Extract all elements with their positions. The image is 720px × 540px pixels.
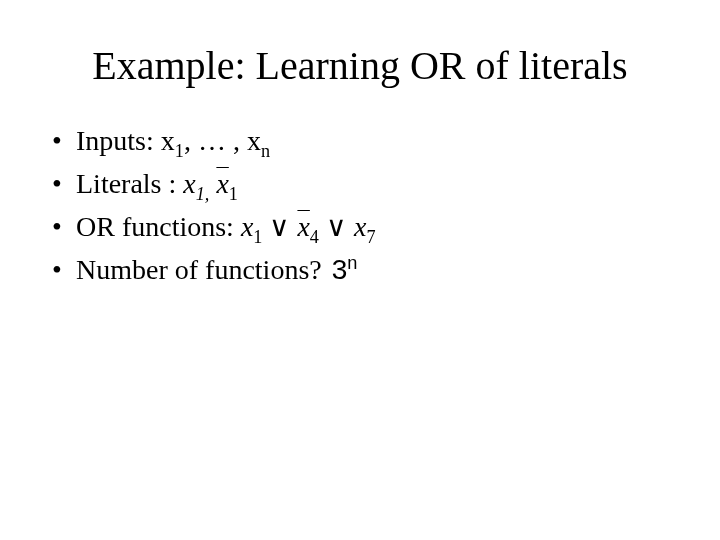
bullet-or-functions: OR functions: x1 ∨ x4 ∨ x7	[76, 207, 375, 250]
bullet-dot: •	[52, 250, 76, 291]
list-item: • Literals : x1, x1	[52, 164, 680, 207]
subscript: 1	[175, 141, 184, 161]
bullet-inputs: Inputs: x1, … , xn	[76, 121, 270, 164]
text: Number of functions?	[76, 254, 322, 285]
negated-variable: x	[216, 168, 228, 199]
bullet-dot: •	[52, 121, 76, 162]
text: Inputs: x	[76, 125, 175, 156]
variable: x	[241, 211, 253, 242]
text: , … , x	[184, 125, 261, 156]
text: Literals :	[76, 168, 183, 199]
list-item: • Number of functions?3n	[52, 250, 680, 291]
negated-variable: x	[297, 211, 309, 242]
slide-title: Example: Learning OR of literals	[40, 42, 680, 89]
bullet-count: Number of functions?3n	[76, 250, 357, 291]
answer-exponent: n	[347, 253, 357, 273]
or-symbol: ∨	[269, 211, 290, 242]
text: OR functions:	[76, 211, 234, 242]
list-item: • OR functions: x1 ∨ x4 ∨ x7	[52, 207, 680, 250]
subscript: 4	[310, 227, 319, 247]
bullet-list: • Inputs: x1, … , xn • Literals : x1, x1…	[40, 121, 680, 291]
subscript: 7	[366, 227, 375, 247]
bullet-dot: •	[52, 207, 76, 248]
bullet-dot: •	[52, 164, 76, 205]
subscript: n	[261, 141, 270, 161]
answer-base: 3	[332, 254, 348, 285]
subscript: 1,	[196, 184, 210, 204]
subscript: 1	[229, 184, 238, 204]
subscript: 1	[253, 227, 262, 247]
variable: x	[183, 168, 195, 199]
list-item: • Inputs: x1, … , xn	[52, 121, 680, 164]
or-symbol: ∨	[326, 211, 347, 242]
bullet-literals: Literals : x1, x1	[76, 164, 238, 207]
variable: x	[354, 211, 366, 242]
slide: Example: Learning OR of literals • Input…	[0, 0, 720, 540]
